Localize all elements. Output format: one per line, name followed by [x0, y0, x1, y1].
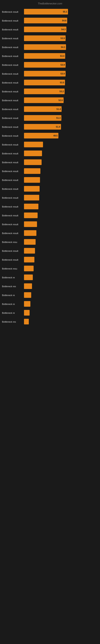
bar-group: Bottleneck result51.4: [2, 106, 96, 113]
bar-label: Bottleneck result: [2, 170, 18, 172]
bar-group: Bottleneck result: [2, 203, 96, 210]
bar-label: Bottleneck res: [2, 320, 16, 323]
bar-group: Bottleneck result53.9: [2, 34, 96, 42]
table-row: Bottleneck resu: [2, 265, 96, 272]
bar-fill: 52.6: [24, 98, 64, 103]
bar-value: 52.6: [59, 99, 63, 102]
bar-value: 53.9: [61, 37, 65, 40]
bar-fill: 51.4: [24, 106, 62, 112]
table-row: Bottleneck result: [2, 185, 96, 192]
bar-group: Bottleneck re: [2, 274, 96, 281]
bar-fill: 53.5: [24, 80, 65, 85]
table-row: Bottleneck result: [2, 194, 96, 201]
bar-label: Bottleneck result: [2, 152, 18, 155]
bar-fill: 53.9: [24, 71, 66, 76]
bar-group: Bottleneck re: [2, 300, 96, 308]
bar-fill: [24, 266, 34, 271]
table-row: Bottleneck result: [2, 247, 96, 254]
table-row: Bottleneck result51.4: [2, 106, 96, 113]
bar-value: 51.0: [56, 126, 60, 128]
bar-label: Bottleneck result: [2, 99, 18, 102]
bar-fill: 53.2: [24, 88, 65, 94]
bar-group: Bottleneck result54.3: [2, 26, 96, 33]
bar-group: Bottleneck resu: [2, 238, 96, 246]
bar-value: 54.1: [61, 46, 65, 48]
bar-label: Bottleneck result: [2, 55, 18, 57]
bar-label: Bottleneck result: [2, 144, 18, 146]
table-row: Bottleneck result53.2: [2, 88, 96, 95]
bar-fill: [24, 230, 36, 236]
bar-label: Bottleneck result: [2, 11, 18, 13]
table-row: Bottleneck result53.9: [2, 34, 96, 42]
bar-group: Bottleneck result54.1: [2, 44, 96, 51]
table-row: Bottleneck re: [2, 309, 96, 316]
bar-group: Bottleneck result: [2, 158, 96, 166]
bar-label: Bottleneck result: [2, 37, 18, 40]
bar-value: 54.8: [62, 19, 66, 22]
bar-fill: [24, 177, 40, 183]
bar-fill: [24, 150, 42, 156]
table-row: Bottleneck res: [2, 282, 96, 290]
bar-label: Bottleneck result: [2, 46, 18, 48]
bar-value: 53.5: [60, 81, 64, 84]
bar-label: Bottleneck re: [2, 276, 15, 279]
bar-fill: [24, 319, 29, 324]
bar-fill: [24, 142, 43, 147]
bar-group: Bottleneck result: [2, 176, 96, 184]
table-row: Bottleneck result53.9: [2, 61, 96, 68]
bar-group: Bottleneck result53.5: [2, 79, 96, 86]
bar-fill: 55.1: [24, 9, 68, 14]
bar-label: Bottleneck resu: [2, 241, 17, 243]
bar-label: Bottleneck resu: [2, 268, 17, 270]
bar-group: Bottleneck result52.6: [2, 96, 96, 104]
bar-group: Bottleneck result53.2: [2, 88, 96, 95]
bar-label: Bottleneck result: [2, 223, 18, 226]
bar-label: Bottleneck result: [2, 135, 18, 137]
bar-label: Bottleneck re: [2, 294, 15, 296]
table-row: Bottleneck re: [2, 300, 96, 308]
bar-label: Bottleneck result: [2, 214, 18, 217]
bar-value: 53.4: [60, 55, 64, 57]
bar-fill: [24, 195, 39, 200]
bar-group: Bottleneck result49.5: [2, 132, 96, 139]
bar-label: Bottleneck result: [2, 188, 18, 190]
bar-fill: [24, 301, 30, 307]
bar-fill: 54.3: [24, 26, 66, 32]
table-row: Bottleneck result51.3: [2, 114, 96, 122]
chart-container: Bottleneck result55.1Bottleneck result54…: [0, 6, 100, 329]
table-row: Bottleneck result55.1: [2, 8, 96, 15]
bar-value: 55.1: [63, 10, 67, 13]
bar-value: 53.2: [60, 90, 64, 92]
bar-group: Bottleneck result51.0: [2, 123, 96, 130]
bar-label: Bottleneck result: [2, 64, 18, 66]
table-row: Bottleneck result: [2, 168, 96, 175]
bar-fill: 53.9: [24, 36, 66, 41]
table-row: Bottleneck result: [2, 141, 96, 148]
bar-group: Bottleneck result: [2, 230, 96, 237]
bar-fill: [24, 292, 31, 298]
table-row: Bottleneck result: [2, 256, 96, 263]
bar-label: Bottleneck result: [2, 258, 18, 261]
bar-fill: 53.4: [24, 53, 65, 59]
bar-group: Bottleneck re: [2, 292, 96, 299]
table-row: Bottleneck result53.4: [2, 52, 96, 60]
bar-fill: 51.0: [24, 124, 61, 130]
bar-fill: 54.1: [24, 44, 66, 50]
bar-label: Bottleneck res: [2, 285, 16, 288]
bar-fill: [24, 186, 40, 192]
bar-fill: [24, 212, 38, 218]
bar-label: Bottleneck result: [2, 90, 18, 93]
bar-group: Bottleneck result55.1: [2, 8, 96, 15]
bar-group: Bottleneck result: [2, 150, 96, 157]
bar-value: 53.9: [61, 72, 65, 75]
bar-group: Bottleneck resu: [2, 265, 96, 272]
bar-fill: 53.9: [24, 62, 66, 68]
table-row: Bottleneck res: [2, 318, 96, 325]
bar-group: Bottleneck result53.9: [2, 61, 96, 68]
table-row: Bottleneck result: [2, 150, 96, 157]
bar-group: Bottleneck re: [2, 309, 96, 316]
table-row: Bottleneck result52.6: [2, 96, 96, 104]
bar-label: Bottleneck result: [2, 232, 18, 234]
bar-label: Bottleneck result: [2, 73, 18, 75]
bar-label: Bottleneck result: [2, 179, 18, 181]
